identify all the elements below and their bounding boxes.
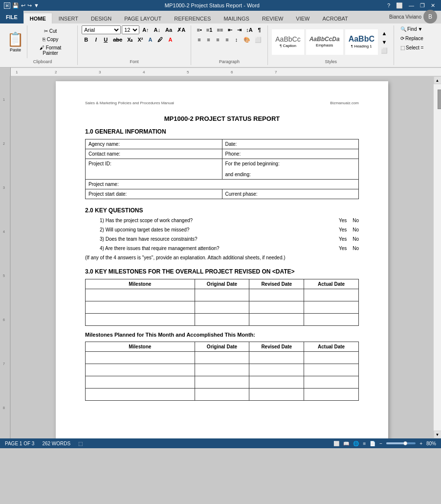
agency-name-cell[interactable]: Agency name: bbox=[86, 139, 222, 149]
view-draft-icon[interactable]: 📄 bbox=[370, 441, 375, 446]
minimize-button[interactable]: — bbox=[407, 2, 416, 9]
project-id-cell[interactable]: Project ID: bbox=[86, 159, 222, 180]
period-cell[interactable]: For the period beginning:and ending: bbox=[222, 159, 359, 180]
maximize-button[interactable]: ❐ bbox=[418, 2, 427, 9]
table-row[interactable] bbox=[86, 389, 359, 401]
scroll-up-button[interactable]: ▲ bbox=[434, 76, 441, 84]
increase-indent-button[interactable]: ⇥ bbox=[235, 25, 243, 34]
quick-access-more[interactable]: ▼ bbox=[34, 2, 39, 8]
styles-down-button[interactable]: ▼ bbox=[379, 38, 390, 46]
zoom-in-button[interactable]: + bbox=[419, 441, 422, 446]
quick-access-undo[interactable]: ↩ bbox=[21, 2, 25, 9]
table-row[interactable] bbox=[86, 364, 359, 376]
style-caption[interactable]: AaBbCc ¶ Caption bbox=[272, 29, 304, 55]
scrollbar-thumb[interactable] bbox=[438, 90, 441, 109]
phone-cell[interactable]: Phone: bbox=[222, 149, 359, 159]
find-button[interactable]: 🔍 Find ▼ bbox=[398, 25, 437, 33]
table-row[interactable] bbox=[86, 301, 359, 314]
zoom-slider[interactable] bbox=[386, 442, 416, 444]
styles-more-button[interactable]: ⬜ bbox=[379, 46, 390, 55]
start-date-cell[interactable]: Project start date: bbox=[86, 189, 222, 199]
tab-home[interactable]: HOME bbox=[23, 13, 52, 23]
layout-icon[interactable]: ⬚ bbox=[78, 441, 83, 446]
shrink-font-button[interactable]: A↓ bbox=[152, 25, 162, 34]
question-2-no[interactable]: No bbox=[353, 227, 359, 232]
date-cell[interactable]: Date: bbox=[222, 139, 359, 149]
clear-format-button[interactable]: ✗A bbox=[175, 25, 187, 34]
tab-view[interactable]: VIEW bbox=[289, 13, 316, 23]
view-outline-icon[interactable]: ≡ bbox=[363, 441, 366, 446]
align-right-button[interactable]: ≡ bbox=[214, 35, 222, 44]
quick-access-save[interactable]: 💾 bbox=[12, 2, 19, 9]
contact-name-cell[interactable]: Contact name: bbox=[86, 149, 222, 159]
font-name-select[interactable]: Arial bbox=[82, 25, 121, 34]
table-row[interactable] bbox=[86, 289, 359, 301]
question-4-yes[interactable]: Yes bbox=[339, 246, 347, 251]
italic-button[interactable]: I bbox=[91, 35, 100, 44]
question-1-no[interactable]: No bbox=[353, 218, 359, 223]
table-row[interactable] bbox=[86, 352, 359, 364]
view-web-icon[interactable]: 🌐 bbox=[353, 441, 359, 446]
tab-references[interactable]: REFERENCES bbox=[168, 13, 217, 23]
font-size-select[interactable]: 12 bbox=[122, 25, 139, 34]
project-name-cell[interactable]: Project name: bbox=[86, 180, 359, 189]
justify-button[interactable]: ≡ bbox=[223, 35, 232, 44]
select-button[interactable]: ⬚ Select = bbox=[398, 44, 437, 51]
tab-insert[interactable]: INSERT bbox=[52, 13, 85, 23]
bold-button[interactable]: B bbox=[82, 35, 90, 44]
borders-button[interactable]: ⬜ bbox=[253, 35, 264, 44]
tab-review[interactable]: REVIEW bbox=[256, 13, 289, 23]
copy-button[interactable]: ⎘ Copy bbox=[29, 36, 71, 43]
replace-button[interactable]: ⟳ Replace bbox=[398, 35, 437, 42]
subscript-button[interactable]: X₂ bbox=[125, 35, 134, 44]
view-reading-icon[interactable]: 📖 bbox=[343, 441, 349, 446]
close-button[interactable]: ✕ bbox=[429, 2, 437, 9]
format-painter-button[interactable]: 🖌 Format Painter bbox=[29, 44, 71, 57]
bullets-button[interactable]: ≡• bbox=[195, 25, 204, 34]
show-marks-button[interactable]: ¶ bbox=[255, 25, 264, 34]
question-4-no[interactable]: No bbox=[353, 246, 359, 251]
highlight-button[interactable]: 🖊 bbox=[155, 35, 165, 44]
underline-button[interactable]: U bbox=[101, 35, 110, 44]
tab-design[interactable]: DESIGN bbox=[85, 13, 118, 23]
styles-up-button[interactable]: ▲ bbox=[379, 29, 390, 38]
tab-file[interactable]: FILE bbox=[0, 11, 23, 23]
tab-page-layout[interactable]: PAGE LAYOUT bbox=[118, 13, 168, 23]
paste-button[interactable]: 📋 Paste bbox=[4, 25, 27, 58]
superscript-button[interactable]: X² bbox=[135, 35, 145, 44]
grow-font-button[interactable]: A↑ bbox=[140, 25, 151, 34]
quick-access-redo[interactable]: ↪ bbox=[27, 2, 32, 9]
zoom-out-button[interactable]: − bbox=[379, 441, 382, 446]
text-effect-button[interactable]: A bbox=[146, 35, 154, 44]
numbering-button[interactable]: ≡1 bbox=[204, 25, 215, 34]
document-area[interactable]: Sales & Marketing Policies and Procedure… bbox=[11, 76, 433, 438]
view-normal-icon[interactable]: ⬜ bbox=[333, 441, 339, 446]
question-1-yes[interactable]: Yes bbox=[339, 218, 347, 223]
change-case-button[interactable]: Aa bbox=[163, 25, 174, 34]
style-heading1[interactable]: AaBbC ¶ Heading 1 bbox=[345, 29, 378, 55]
right-scrollbar[interactable]: ▲ ▼ bbox=[433, 76, 441, 438]
ribbon-toggle-button[interactable]: ⬜ bbox=[394, 2, 405, 9]
font-color-button[interactable]: A bbox=[166, 35, 175, 44]
cut-button[interactable]: ✂ Cut bbox=[29, 27, 71, 35]
table-row[interactable] bbox=[86, 376, 359, 389]
line-spacing-button[interactable]: ↕ bbox=[232, 35, 241, 44]
current-phase-cell[interactable]: Current phase: bbox=[222, 189, 359, 199]
sort-button[interactable]: ↕A bbox=[244, 25, 254, 34]
align-center-button[interactable]: ≡ bbox=[204, 35, 213, 44]
align-left-button[interactable]: ≡ bbox=[195, 35, 204, 44]
help-button[interactable]: ? bbox=[385, 2, 392, 9]
tab-acrobat[interactable]: ACROBAT bbox=[316, 13, 354, 23]
question-3-no[interactable]: No bbox=[353, 236, 359, 242]
strikethrough-button[interactable]: abc bbox=[111, 35, 124, 44]
user-avatar[interactable]: B bbox=[423, 10, 437, 23]
tab-mailings[interactable]: MAILINGS bbox=[217, 13, 256, 23]
style-emphasis[interactable]: AaBbCcDa Emphasis bbox=[306, 29, 343, 55]
question-2-yes[interactable]: Yes bbox=[339, 227, 347, 232]
table-row[interactable] bbox=[86, 314, 359, 326]
shading-button[interactable]: 🎨 bbox=[242, 35, 252, 44]
decrease-indent-button[interactable]: ⇤ bbox=[225, 25, 234, 34]
question-3-yes[interactable]: Yes bbox=[339, 236, 347, 242]
scroll-down-button[interactable]: ▼ bbox=[434, 431, 441, 438]
multilevel-button[interactable]: ≡≡ bbox=[215, 25, 225, 34]
